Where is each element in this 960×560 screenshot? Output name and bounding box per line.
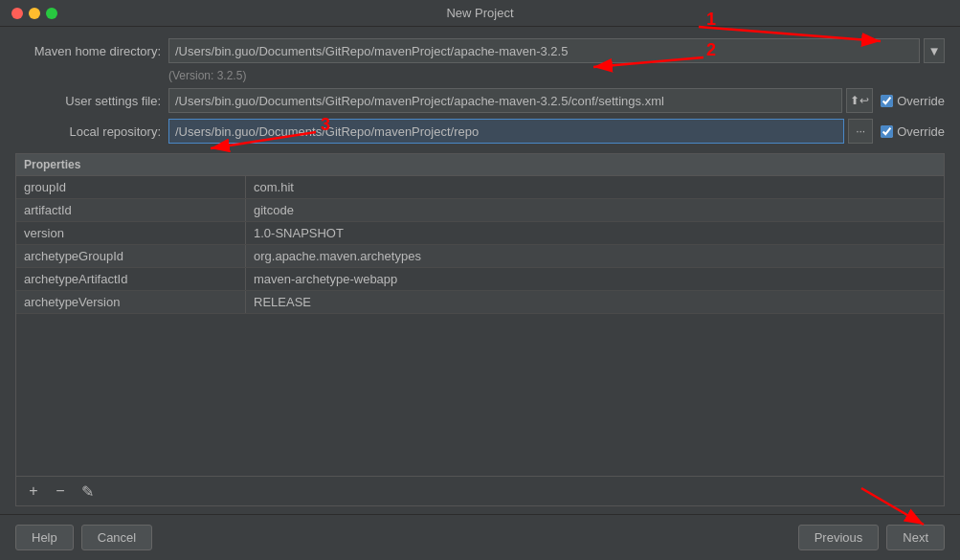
maven-home-dropdown-btn[interactable]: ▼ (924, 38, 945, 63)
table-row[interactable]: groupId com.hit (16, 176, 944, 199)
dialog-window: New Project Maven home directory: ▼ (Ver… (0, 0, 960, 560)
previous-button[interactable]: Previous (798, 525, 880, 550)
prop-key: artifactId (16, 199, 246, 221)
minimize-button[interactable] (29, 8, 40, 19)
main-content: Maven home directory: ▼ (Version: 3.2.5)… (0, 27, 960, 514)
maven-home-input[interactable] (168, 38, 920, 63)
remove-property-button[interactable]: − (49, 481, 72, 502)
maven-home-field-wrapper: ▼ (168, 38, 945, 63)
maven-home-row: Maven home directory: ▼ (15, 38, 945, 63)
table-row[interactable]: version 1.0-SNAPSHOT (16, 222, 944, 245)
user-settings-override-checkbox[interactable] (881, 95, 893, 107)
add-property-button[interactable]: + (22, 481, 45, 502)
user-settings-label: User settings file: (15, 94, 168, 108)
local-repo-override-label: Override (897, 124, 945, 139)
maximize-button[interactable] (46, 8, 57, 19)
prop-value: org.apache.maven.archetypes (246, 245, 944, 267)
local-repo-row: Local repository: ··· Override (15, 119, 945, 144)
user-settings-browse-btn[interactable]: ⬆↩ (846, 88, 873, 113)
local-repo-override-checkbox[interactable] (881, 125, 893, 138)
bottom-bar: Help Cancel Previous Next (0, 514, 960, 560)
title-bar: New Project (0, 0, 960, 27)
window-controls (11, 8, 57, 19)
local-repo-label: Local repository: (15, 124, 168, 139)
properties-toolbar: + − ✎ (16, 476, 944, 505)
prop-value: com.hit (246, 176, 944, 198)
local-repo-input[interactable] (168, 119, 844, 144)
user-settings-input[interactable] (168, 88, 842, 113)
table-row[interactable]: archetypeArtifactId maven-archetype-weba… (16, 268, 944, 291)
user-settings-row: User settings file: ⬆↩ Override (15, 88, 945, 113)
version-text: (Version: 3.2.5) (168, 69, 246, 82)
properties-section: Properties groupId com.hit artifactId gi… (15, 153, 945, 506)
prop-key: archetypeVersion (16, 291, 246, 313)
cancel-button[interactable]: Cancel (81, 525, 152, 550)
help-button[interactable]: Help (15, 525, 74, 550)
local-repo-field-wrapper: ··· Override (168, 119, 945, 144)
properties-table: groupId com.hit artifactId gitcode versi… (16, 176, 944, 476)
user-settings-field-wrapper: ⬆↩ Override (168, 88, 945, 113)
next-button[interactable]: Next (886, 525, 945, 550)
prop-value: gitcode (246, 199, 944, 221)
bottom-left-buttons: Help Cancel (15, 525, 152, 550)
prop-key: groupId (16, 176, 246, 198)
user-settings-override-label: Override (897, 94, 945, 108)
maven-home-label: Maven home directory: (15, 44, 168, 58)
properties-header: Properties (16, 154, 944, 176)
local-repo-override-wrapper: Override (881, 124, 945, 139)
prop-value: 1.0-SNAPSHOT (246, 222, 944, 244)
table-row[interactable]: artifactId gitcode (16, 199, 944, 222)
close-button[interactable] (11, 8, 23, 19)
version-row: (Version: 3.2.5) (15, 69, 945, 82)
local-repo-browse-btn[interactable]: ··· (848, 119, 873, 144)
table-row[interactable]: archetypeGroupId org.apache.maven.archet… (16, 245, 944, 268)
prop-value: maven-archetype-webapp (246, 268, 944, 290)
bottom-right-buttons: Previous Next (798, 525, 945, 550)
window-title: New Project (446, 6, 513, 20)
prop-key: archetypeArtifactId (16, 268, 246, 290)
user-settings-override-wrapper: Override (881, 94, 945, 108)
prop-key: archetypeGroupId (16, 245, 246, 267)
edit-property-button[interactable]: ✎ (76, 481, 99, 502)
prop-value: RELEASE (246, 291, 944, 313)
table-row[interactable]: archetypeVersion RELEASE (16, 291, 944, 314)
prop-key: version (16, 222, 246, 244)
